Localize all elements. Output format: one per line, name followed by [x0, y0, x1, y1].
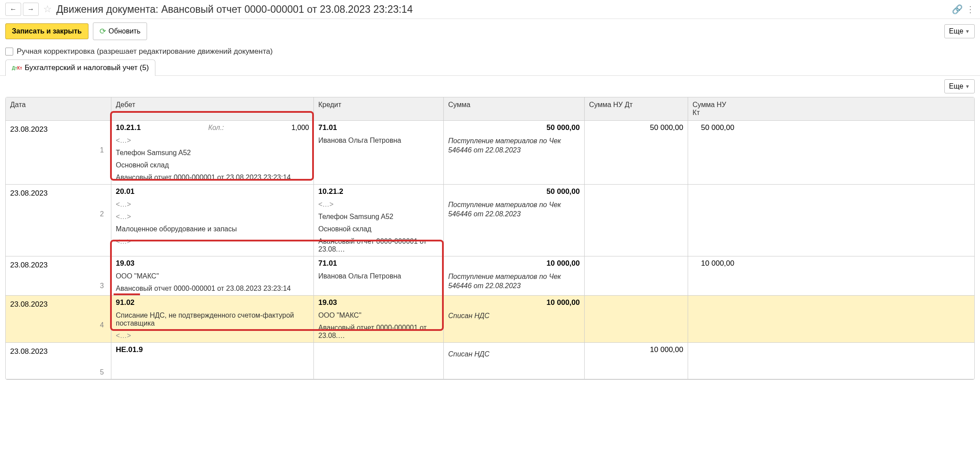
nav-forward-button[interactable]: → — [23, 3, 39, 16]
cell-nu-kt — [688, 296, 739, 342]
table-row[interactable]: 23.08.2023220.01<…><…>Малоценное оборудо… — [6, 185, 974, 256]
link-icon[interactable]: 🔗 — [952, 4, 962, 15]
credit-account: 71.01 — [318, 123, 439, 132]
cell-nu-kt: 10 000,00 — [688, 256, 739, 295]
credit-subconto: Основной склад — [318, 225, 439, 233]
more-button-table[interactable]: Еще ▼ — [944, 79, 975, 93]
credit-subconto: Иванова Ольга Петровна — [318, 137, 439, 145]
chevron-down-icon: ▼ — [965, 84, 970, 89]
cell-date: 23.08.20234 — [6, 296, 111, 342]
credit-subconto: ООО "МАКС" — [318, 312, 439, 319]
date-value: 23.08.2023 — [10, 123, 107, 136]
cell-nu-dt — [585, 296, 688, 342]
save-and-close-button[interactable]: Записать и закрыть — [5, 23, 88, 39]
debit-subconto: Авансовый отчет 0000-000001 от 23.08.202… — [116, 174, 309, 182]
cell-nu-dt: 50 000,00 — [585, 121, 688, 184]
cell-credit: 71.01Иванова Ольга Петровна — [314, 256, 444, 295]
table-row[interactable]: 23.08.2023319.03ООО "МАКС"Авансовый отче… — [6, 256, 974, 296]
page-title: Движения документа: Авансовый отчет 0000… — [56, 4, 948, 15]
cell-credit — [314, 343, 444, 379]
sum-note: Поступление материалов по Чек 546446 от … — [448, 137, 580, 155]
cell-sum: Списан НДС — [444, 343, 585, 379]
debit-subconto: <…> — [116, 332, 309, 340]
manual-edit-label: Ручная корректировка (разрешает редактир… — [17, 47, 273, 56]
credit-account: 10.21.2 — [318, 187, 439, 196]
date-value: 23.08.2023 — [10, 298, 107, 311]
debit-subconto: <…> — [116, 213, 309, 221]
debit-account: 19.03 — [116, 259, 135, 268]
debit-subconto: Основной склад — [116, 161, 309, 169]
postings-table: Дата Дебет Кредит Сумма Сумма НУ Дт Сумм… — [5, 97, 975, 380]
date-value: 23.08.2023 — [10, 345, 107, 358]
cell-nu-kt — [688, 343, 739, 379]
sum-note: Поступление материалов по Чек 546446 от … — [448, 272, 580, 291]
debit-subconto: <…> — [116, 137, 309, 145]
credit-account: 71.01 — [318, 259, 439, 268]
row-number: 2 — [100, 210, 107, 218]
cell-credit: 10.21.2<…>Телефон Samsung A52Основной ск… — [314, 185, 444, 256]
dt-kt-icon: ДтКт — [12, 65, 22, 71]
debit-subconto: Телефон Samsung A52 — [116, 149, 309, 157]
th-sum-nu-dt[interactable]: Сумма НУ Дт — [585, 97, 688, 120]
sum-value: 10 000,00 — [448, 259, 580, 268]
table-row[interactable]: 23.08.2023491.02Списание НДС, не подтвер… — [6, 296, 974, 343]
cell-sum: 10 000,00Поступление материалов по Чек 5… — [444, 256, 585, 295]
row-number: 3 — [100, 282, 107, 290]
cell-sum: 50 000,00Поступление материалов по Чек 5… — [444, 121, 585, 184]
credit-subconto: Телефон Samsung A52 — [318, 213, 439, 221]
nav-back-button[interactable]: ← — [5, 3, 21, 16]
manual-edit-row: Ручная корректировка (разрешает редактир… — [0, 44, 980, 59]
date-value: 23.08.2023 — [10, 259, 107, 271]
th-debit[interactable]: Дебет — [111, 97, 314, 120]
cell-debit: 10.21.1Кол.:1,000<…>Телефон Samsung A52О… — [111, 121, 314, 184]
cell-date: 23.08.20233 — [6, 256, 111, 295]
manual-edit-checkbox[interactable] — [5, 48, 13, 56]
cell-nu-dt: 10 000,00 — [585, 343, 688, 379]
table-row[interactable]: 23.08.20235НЕ.01.9Списан НДС10 000,00 — [6, 343, 974, 379]
cell-date: 23.08.20231 — [6, 121, 111, 184]
credit-subconto: <…> — [318, 200, 439, 208]
cell-debit: НЕ.01.9 — [111, 343, 314, 379]
sum-note: Поступление материалов по Чек 546446 от … — [448, 200, 580, 219]
more-menu-icon[interactable]: ⋮ — [966, 4, 975, 15]
debit-subconto: Малоценное оборудование и запасы — [116, 225, 309, 233]
th-sum-nu-kt[interactable]: Сумма НУ Кт — [688, 97, 739, 120]
sum-note: Списан НДС — [448, 312, 580, 321]
cell-debit: 19.03ООО "МАКС"Авансовый отчет 0000-0000… — [111, 256, 314, 295]
credit-subconto: Авансовый отчет 0000-000001 от 23.08.… — [318, 324, 439, 340]
favorite-star-icon[interactable]: ☆ — [42, 4, 53, 15]
credit-subconto: Авансовый отчет 0000-000001 от 23.08.… — [318, 237, 439, 253]
cell-debit: 20.01<…><…>Малоценное оборудование и зап… — [111, 185, 314, 256]
qty-label: Кол.: — [208, 124, 224, 132]
subtoolbar: Еще ▼ — [0, 76, 980, 97]
qty-value: 1,000 — [291, 124, 309, 132]
cell-date: 23.08.20232 — [6, 185, 111, 256]
th-credit[interactable]: Кредит — [314, 97, 444, 120]
th-date[interactable]: Дата — [6, 97, 111, 120]
more-button-top[interactable]: Еще ▼ — [944, 24, 975, 38]
debit-account: 91.02 — [116, 298, 135, 307]
toolbar: Записать и закрыть ⟳ Обновить Еще ▼ — [0, 19, 980, 44]
row-number: 1 — [100, 146, 107, 154]
date-value: 23.08.2023 — [10, 187, 107, 200]
row-number: 5 — [100, 368, 107, 376]
tabs-bar: ДтКт Бухгалтерский и налоговый учет (5) — [0, 59, 980, 76]
refresh-icon: ⟳ — [99, 26, 106, 36]
table-row[interactable]: 23.08.2023110.21.1Кол.:1,000<…>Телефон S… — [6, 121, 974, 185]
cell-nu-dt — [585, 256, 688, 295]
sum-value: 50 000,00 — [448, 187, 580, 196]
cell-sum: 10 000,00Списан НДС — [444, 296, 585, 342]
debit-subconto: Списание НДС, не подтвержденного счетом-… — [116, 312, 309, 327]
refresh-button[interactable]: ⟳ Обновить — [93, 22, 147, 40]
cell-sum: 50 000,00Поступление материалов по Чек 5… — [444, 185, 585, 256]
cell-nu-kt: 50 000,00 — [688, 121, 739, 184]
sum-value: 10 000,00 — [448, 298, 580, 307]
debit-subconto: Авансовый отчет 0000-000001 от 23.08.202… — [116, 285, 309, 293]
tab-accounting[interactable]: ДтКт Бухгалтерский и налоговый учет (5) — [5, 59, 155, 76]
th-sum[interactable]: Сумма — [444, 97, 585, 120]
chevron-down-icon: ▼ — [965, 29, 970, 34]
sum-value: 50 000,00 — [448, 123, 580, 132]
cell-nu-kt — [688, 185, 739, 256]
row-number: 4 — [100, 321, 107, 329]
titlebar: ← → ☆ Движения документа: Авансовый отче… — [0, 0, 980, 19]
